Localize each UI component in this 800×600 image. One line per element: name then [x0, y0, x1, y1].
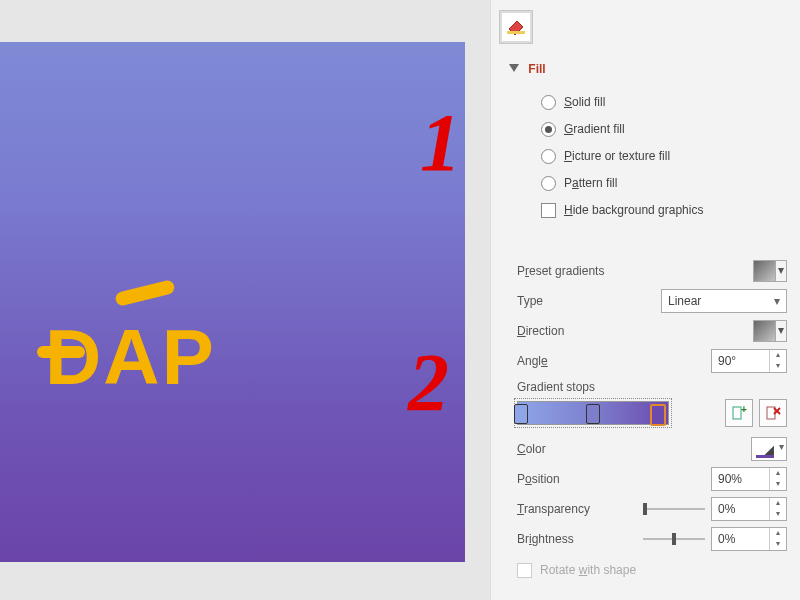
- position-input[interactable]: 90% ▴▾: [711, 467, 787, 491]
- annotation-1: 1: [420, 96, 461, 190]
- preset-gradients-label: Preset gradients: [517, 264, 604, 278]
- brightness-slider[interactable]: [643, 531, 705, 547]
- radio-icon: [541, 176, 556, 191]
- transparency-slider[interactable]: [643, 501, 705, 517]
- checkbox-icon: [517, 563, 532, 578]
- position-value: 90%: [712, 472, 769, 486]
- fill-header-label: Fill: [528, 62, 545, 76]
- add-gradient-stop-button[interactable]: +: [725, 399, 753, 427]
- spin-up-icon[interactable]: ▴: [770, 528, 786, 539]
- gradient-stops-bar[interactable]: [517, 401, 669, 425]
- paint-bucket-icon: ◢: [764, 442, 774, 457]
- gradient-stop-3-selected[interactable]: [650, 404, 666, 426]
- angle-value: 90°: [712, 354, 769, 368]
- spin-up-icon[interactable]: ▴: [770, 468, 786, 479]
- radio-label: icture or texture fill: [572, 149, 670, 163]
- chevron-down-icon: ▾: [779, 441, 784, 452]
- radio-icon: [541, 95, 556, 110]
- svg-text:+: +: [741, 405, 747, 415]
- format-background-panel: Fill Solid fill Gradient fill Picture or…: [490, 0, 800, 600]
- radio-solid-fill[interactable]: Solid fill: [541, 90, 791, 114]
- radio-picture-fill[interactable]: Picture or texture fill: [541, 144, 791, 168]
- direction-picker[interactable]: ▾: [753, 320, 787, 342]
- spin-up-icon[interactable]: ▴: [770, 350, 786, 361]
- gradient-stop-1[interactable]: [514, 404, 528, 424]
- checkbox-icon: [541, 203, 556, 218]
- checkbox-rotate-with-shape: Rotate with shape: [517, 558, 787, 582]
- spin-down-icon[interactable]: ▾: [770, 479, 786, 490]
- fill-section-header[interactable]: Fill: [509, 62, 546, 76]
- transparency-input[interactable]: 0% ▴▾: [711, 497, 787, 521]
- paint-bucket-icon: [503, 13, 529, 39]
- svg-rect-1: [507, 31, 525, 34]
- spin-down-icon[interactable]: ▾: [770, 509, 786, 520]
- type-value: Linear: [668, 294, 701, 308]
- checkbox-hide-background[interactable]: Hide background graphics: [541, 198, 791, 222]
- transparency-value: 0%: [712, 502, 769, 516]
- type-dropdown[interactable]: Linear ▾: [661, 289, 787, 313]
- checkbox-label: ide background graphics: [573, 203, 704, 217]
- annotation-2: 2: [408, 336, 449, 430]
- remove-gradient-stop-button[interactable]: [759, 399, 787, 427]
- color-label: Color: [517, 442, 546, 456]
- remove-stop-icon: [765, 405, 781, 421]
- radio-icon: [541, 149, 556, 164]
- gradient-stops-label: Gradient stops: [517, 380, 595, 394]
- transparency-label: Transparency: [517, 502, 590, 516]
- slide-preview: DAP: [0, 42, 465, 562]
- preset-gradients-picker[interactable]: ▾: [753, 260, 787, 282]
- brightness-input[interactable]: 0% ▴▾: [711, 527, 787, 551]
- spin-down-icon[interactable]: ▾: [770, 539, 786, 550]
- collapse-triangle-icon: [509, 64, 519, 72]
- add-stop-icon: +: [731, 405, 747, 421]
- fill-tool-button[interactable]: [499, 10, 533, 44]
- slide-text: DAP: [45, 312, 216, 403]
- spin-down-icon[interactable]: ▾: [770, 361, 786, 372]
- direction-label: Direction: [517, 324, 564, 338]
- radio-label: ttern fill: [579, 176, 618, 190]
- radio-gradient-fill[interactable]: Gradient fill: [541, 117, 791, 141]
- gradient-stop-2[interactable]: [586, 404, 600, 424]
- angle-input[interactable]: 90° ▴▾: [711, 349, 787, 373]
- brightness-label: Brightness: [517, 532, 574, 546]
- radio-label: radient fill: [573, 122, 624, 136]
- radio-pattern-fill[interactable]: Pattern fill: [541, 171, 791, 195]
- radio-icon: [541, 122, 556, 137]
- spin-up-icon[interactable]: ▴: [770, 498, 786, 509]
- position-label: Position: [517, 472, 560, 486]
- svg-rect-2: [733, 407, 741, 419]
- type-label: Type: [517, 294, 543, 308]
- angle-label: Angle: [517, 354, 548, 368]
- brightness-value: 0%: [712, 532, 769, 546]
- color-picker-button[interactable]: ◢ ▾: [751, 437, 787, 461]
- chevron-down-icon: ▾: [774, 294, 780, 308]
- radio-label: olid fill: [572, 95, 605, 109]
